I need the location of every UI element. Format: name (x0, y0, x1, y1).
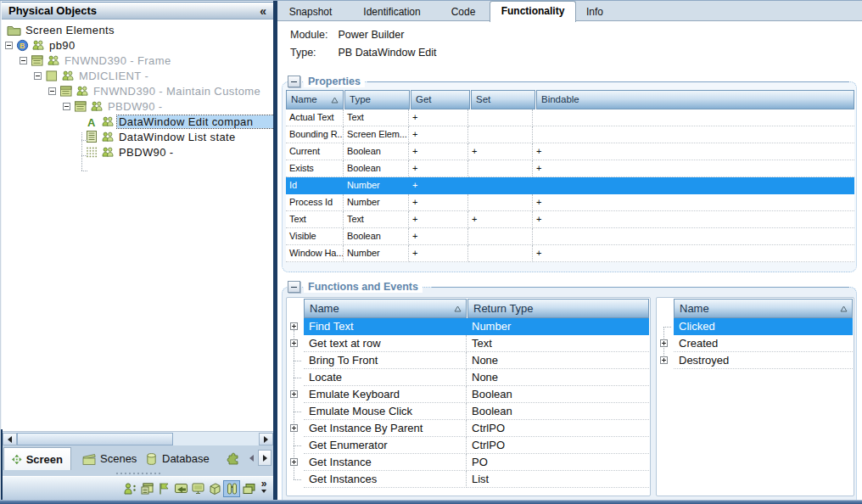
collapse-expander-icon[interactable] (20, 57, 27, 64)
column-header-set[interactable]: Set (471, 90, 535, 109)
expand-plus-icon[interactable] (660, 356, 668, 364)
table-row[interactable]: Process Id Number + + (286, 194, 854, 211)
folder-icon (7, 25, 21, 36)
table-row[interactable]: Get Enumerator CtrlPO (304, 437, 649, 454)
tree-item-label-selected: DataWindow Edit compan (117, 115, 274, 128)
box-3d-icon[interactable] (206, 480, 223, 497)
table-row[interactable]: Text Text + + + (286, 211, 854, 228)
tree-item-label: MDICLIENT - (77, 70, 150, 82)
table-row[interactable]: Get Instance PO (304, 454, 649, 471)
addons-puzzle-icon[interactable] (227, 451, 241, 468)
stacked-windows-icon[interactable] (240, 480, 257, 497)
collapse-expander-icon[interactable] (5, 42, 13, 49)
application-window: Physical Objects « Screen Elements B pb9… (0, 0, 862, 504)
collapse-expander-icon[interactable] (34, 72, 42, 80)
pointer-slide-icon[interactable] (172, 480, 189, 497)
tab-database[interactable]: Database (137, 447, 217, 470)
binoculars-icon[interactable] (223, 480, 240, 497)
table-row-selected[interactable]: Id Number + (286, 177, 854, 194)
splitter-handle[interactable] (2, 470, 274, 476)
people-icon (90, 101, 104, 112)
tab-scroll-left-icon[interactable] (244, 450, 258, 466)
column-header-name[interactable]: Name (286, 90, 344, 109)
tree-item-mdiclient[interactable]: MDICLIENT - (2, 68, 274, 83)
table-row[interactable]: Window Ha... Number + + (286, 245, 854, 262)
tree-item-label: FNWND390 - Maintain Custome (92, 85, 262, 98)
collapse-group-icon[interactable] (288, 76, 300, 87)
svg-text:B: B (20, 41, 25, 49)
tab-scroll-right-icon[interactable] (258, 450, 271, 466)
tab-snapshot[interactable]: Snapshot (280, 3, 341, 21)
column-header-return-type[interactable]: Return Type (467, 299, 649, 318)
scroll-right-button[interactable] (259, 433, 273, 445)
module-value: Power Builder (338, 29, 404, 41)
tree-item-pbdw90-2[interactable]: PBDW90 - (2, 144, 274, 160)
table-row[interactable]: Bounding R... Screen Elem... + (286, 126, 854, 143)
table-row[interactable]: Bring To Front None (304, 352, 649, 369)
table-row[interactable]: Get text at row Text (304, 335, 649, 352)
table-row[interactable]: Get Instance By Parent CtrlPO (304, 420, 649, 437)
table-row-selected[interactable]: Clicked (674, 318, 853, 335)
tab-identification[interactable]: Identification (350, 3, 434, 21)
physical-objects-header: Physical Objects « (2, 2, 274, 20)
people-icon (101, 116, 115, 127)
sort-asc-icon (454, 305, 462, 312)
collapse-panel-icon[interactable]: « (260, 3, 266, 20)
people-icon (31, 40, 45, 51)
column-header-name[interactable]: Name (674, 299, 853, 318)
table-row[interactable]: Destroyed (674, 352, 853, 369)
tab-code[interactable]: Code (443, 3, 484, 21)
scroll-left-button[interactable] (3, 433, 17, 445)
tree-item-fnwnd390-frame[interactable]: FNWND390 - Frame (2, 53, 274, 68)
table-row[interactable]: Locate None (304, 369, 649, 386)
window-list-icon[interactable] (138, 480, 155, 497)
tree-item-datawindow-list[interactable]: DataWindow List state (2, 129, 274, 144)
expand-plus-icon[interactable] (290, 339, 298, 347)
sort-asc-icon (840, 305, 848, 312)
table-row[interactable]: Exists Boolean + + (286, 160, 854, 177)
column-header-type[interactable]: Type (344, 90, 410, 109)
expand-plus-icon[interactable] (290, 322, 298, 330)
table-row-selected[interactable]: Find Text Number (304, 318, 649, 335)
table-row[interactable]: Emulate Mouse Click Boolean (304, 403, 649, 420)
tab-scenes[interactable]: Scenes (75, 447, 144, 470)
table-row[interactable]: Actual Text Text + (286, 109, 854, 126)
tab-info[interactable]: Info (579, 3, 610, 21)
table-row[interactable]: Emulate Keyboard Boolean (304, 386, 649, 403)
tree-item-label: PBDW90 - (106, 100, 165, 113)
expand-plus-icon[interactable] (660, 339, 668, 347)
expand-plus-icon[interactable] (290, 390, 298, 398)
tree-item-pb90[interactable]: B pb90 (2, 37, 274, 53)
column-header-name[interactable]: Name (304, 299, 467, 318)
tree-item-screen-elements[interactable]: Screen Elements (2, 22, 274, 37)
tree-item-fnwnd390-maintain[interactable]: FNWND390 - Maintain Custome (2, 83, 274, 98)
module-label: Module: (290, 29, 335, 41)
table-row[interactable]: Visible Boolean + (286, 228, 854, 245)
module-row: Module: Power Builder (290, 29, 404, 41)
application-icon: B (16, 39, 29, 52)
column-header-get[interactable]: Get (411, 90, 470, 109)
type-row: Type: PB DataWindow Edit (290, 47, 437, 59)
bottom-tab-bar: Screen Scenes Database (2, 445, 274, 470)
people-icon (61, 70, 75, 81)
tree-item-pbdw90[interactable]: PBDW90 - (2, 98, 274, 114)
scrollbar-thumb[interactable] (17, 433, 173, 445)
expand-plus-icon[interactable] (290, 458, 298, 466)
tab-functionality[interactable]: Functionality (490, 1, 576, 22)
table-row[interactable]: Created (674, 335, 853, 352)
people-icon (76, 86, 89, 97)
table-row[interactable]: Get Instances List (304, 471, 649, 488)
table-row[interactable]: Current Boolean + + + (286, 143, 854, 160)
collapse-expander-icon[interactable] (48, 87, 56, 95)
collapse-expander-icon[interactable] (63, 103, 70, 110)
collapse-group-icon[interactable] (288, 281, 300, 293)
toolbar-overflow-icon[interactable]: » (257, 479, 271, 498)
expand-plus-icon[interactable] (290, 424, 298, 432)
horizontal-scrollbar[interactable] (2, 431, 274, 445)
tree-item-datawindow-edit[interactable]: A DataWindow Edit compan (2, 114, 274, 129)
monitor-icon[interactable] (189, 480, 206, 497)
flag-icon[interactable] (155, 480, 172, 497)
column-header-bindable[interactable]: Bindable (536, 90, 854, 109)
users-icon[interactable] (121, 480, 138, 497)
tab-screen[interactable]: Screen (3, 447, 71, 470)
